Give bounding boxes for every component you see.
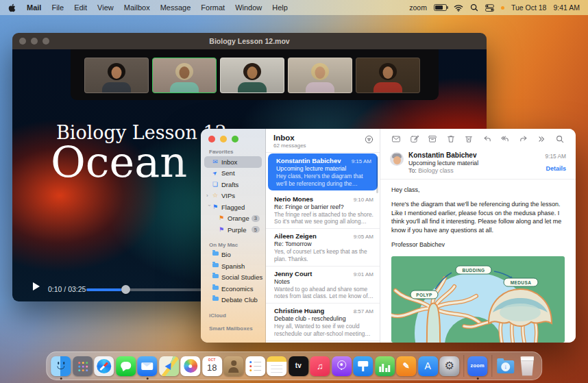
active-app-menu[interactable]: Mail (27, 3, 41, 12)
search-button[interactable] (555, 134, 565, 144)
sidebar-item-orange[interactable]: ⚑Orange3 (210, 213, 262, 225)
dock-mail-icon[interactable] (137, 356, 157, 376)
dock-contacts-icon[interactable] (223, 356, 243, 376)
menu-window[interactable]: Window (235, 3, 262, 12)
sidebar-item-sent[interactable]: ➤Sent (204, 168, 262, 180)
flag-purple-icon: ⚑ (217, 227, 225, 233)
chevron-right-icon[interactable]: › (206, 193, 211, 199)
menu-help[interactable]: Help (272, 3, 288, 12)
menu-format[interactable]: Format (201, 3, 225, 12)
dock-reminders-icon[interactable] (245, 356, 265, 376)
dock-keynote-icon[interactable] (353, 356, 373, 376)
play-button[interactable] (33, 282, 40, 291)
menu-bar: Mail FileEditViewMailboxMessageFormatWin… (0, 0, 588, 15)
get-mail-button[interactable] (391, 134, 401, 144)
trash-button[interactable] (446, 134, 456, 144)
sidebar-item-bio[interactable]: Bio (204, 249, 262, 261)
dock-notes-icon[interactable] (267, 356, 286, 376)
battery-icon[interactable] (434, 4, 447, 11)
dock-music-icon[interactable]: ♫ (310, 356, 330, 376)
sidebar-item-social-studies[interactable]: Social Studies (204, 272, 262, 284)
menubar-time[interactable]: 9:41 AM (553, 3, 580, 12)
more-button[interactable] (537, 134, 546, 144)
reply-all-button[interactable] (500, 134, 510, 144)
desktop: Mail FileEditViewMailboxMessageFormatWin… (0, 0, 588, 383)
participant-video-active (152, 58, 217, 93)
zoom-status-label[interactable]: zoom (409, 3, 427, 12)
dock-maps-icon[interactable] (159, 356, 179, 376)
wifi-icon[interactable] (454, 4, 463, 12)
dock-calendar-icon[interactable]: OCT18 (202, 356, 222, 376)
message-subject: Debate club - rescheduling (274, 315, 373, 322)
zoom-window-button[interactable] (232, 136, 238, 143)
message-list-item[interactable]: Christine Huang8:57 AM Debate club - res… (266, 303, 380, 341)
dock-appstore-icon[interactable]: A (418, 356, 438, 376)
dock-launchpad-icon[interactable] (73, 356, 93, 376)
minimize-button[interactable] (220, 136, 227, 143)
message-count: 62 messages (273, 143, 306, 149)
reading-pane: Konstantin Babichev Upcoming lecture mat… (380, 129, 576, 343)
dock-messages-icon[interactable] (116, 356, 136, 376)
message-list-item[interactable]: Aileen Zeigen9:05 AM Re: Tomorrow Yes, o… (266, 228, 380, 266)
message-list-item[interactable]: Konstantin Babichev9:15 AM Upcoming lect… (268, 153, 378, 190)
spotlight-search-icon[interactable] (470, 3, 478, 12)
sidebar-item-vips[interactable]: ›☆VIPs (204, 190, 262, 202)
dock-settings-icon[interactable]: ⚙ (439, 356, 459, 376)
menu-edit[interactable]: Edit (74, 3, 87, 12)
menubar-date[interactable]: Tue Oct 18 (511, 3, 547, 12)
sidebar-item-spanish[interactable]: Spanish (204, 260, 262, 272)
participant-strip (71, 49, 439, 100)
apple-menu-icon[interactable] (8, 3, 16, 12)
dock-photos-icon[interactable] (180, 356, 200, 376)
sender-name: Konstantin Babichev (408, 151, 546, 159)
menu-message[interactable]: Message (160, 3, 191, 12)
menu-mailbox[interactable]: Mailbox (124, 3, 150, 12)
video-traffic-lights[interactable] (19, 38, 49, 45)
mail-traffic-lights[interactable] (201, 136, 265, 143)
dock-finder-icon[interactable] (51, 356, 71, 376)
dock-tv-icon[interactable]: tv (289, 356, 308, 376)
progress-handle[interactable] (121, 285, 130, 294)
sidebar-item-debate-club[interactable]: Debate Club (204, 295, 262, 306)
filter-button[interactable] (365, 134, 373, 146)
menu-view[interactable]: View (97, 3, 114, 12)
sidebar-item-economics[interactable]: Economics (204, 283, 262, 295)
video-title-bar[interactable]: Biology Lesson 12.mov (12, 33, 487, 49)
dock-podcasts-icon[interactable] (332, 356, 352, 376)
dock-safari-icon[interactable] (94, 356, 114, 376)
svg-text:POLYP: POLYP (416, 293, 432, 297)
forward-button[interactable] (519, 134, 528, 144)
message-preview: Hey class, Here's the diagram that we'll… (276, 173, 371, 188)
message-list-item[interactable]: Darla Davidson8:55 AM Tomorrow's class A… (266, 341, 380, 343)
sidebar-item-inbox[interactable]: ✉Inbox (204, 156, 262, 168)
dock-zoom-icon[interactable]: zoom (467, 356, 487, 376)
close-button[interactable] (208, 136, 215, 143)
compose-button[interactable] (410, 134, 419, 144)
dock-downloads-icon[interactable]: ↓ (495, 356, 515, 376)
message-subject: Upcoming lecture material (276, 165, 371, 172)
reply-button[interactable] (482, 134, 492, 144)
dock-numbers-icon[interactable] (375, 356, 395, 376)
chevron-down-icon[interactable]: › (206, 205, 212, 210)
sidebar-item-drafts[interactable]: ❏Drafts (204, 179, 262, 190)
message-list-item[interactable]: Nerio Mones9:10 AM Re: Fringe or barrier… (266, 191, 380, 229)
message-time: 8:57 AM (354, 308, 373, 314)
details-link[interactable]: Details (546, 165, 566, 172)
dock-trash-icon[interactable] (517, 356, 537, 376)
mailbox-title: Inbox (273, 134, 306, 142)
control-center-icon[interactable] (485, 4, 494, 12)
message-time: 9:15 AM (546, 153, 566, 160)
menu-file[interactable]: File (51, 3, 64, 12)
message-list-item[interactable]: Jenny Court9:01 AM Notes Wanted to go ah… (266, 266, 380, 304)
sidebar-item-label: Sent (221, 169, 235, 177)
participant-video (356, 58, 420, 93)
junk-button[interactable] (464, 134, 474, 144)
sidebar-item-purple[interactable]: ⚑Purple5 (210, 224, 262, 236)
sidebar-item-label: Inbox (221, 158, 237, 166)
scrollbar-thumb[interactable] (376, 156, 378, 193)
mail-toolbar (380, 129, 576, 147)
dock-pages-icon[interactable]: ✎ (396, 356, 416, 376)
sidebar-item-flagged[interactable]: ›⚑Flagged (204, 201, 262, 213)
recipient: Biology class (418, 167, 453, 174)
archive-button[interactable] (428, 134, 437, 144)
